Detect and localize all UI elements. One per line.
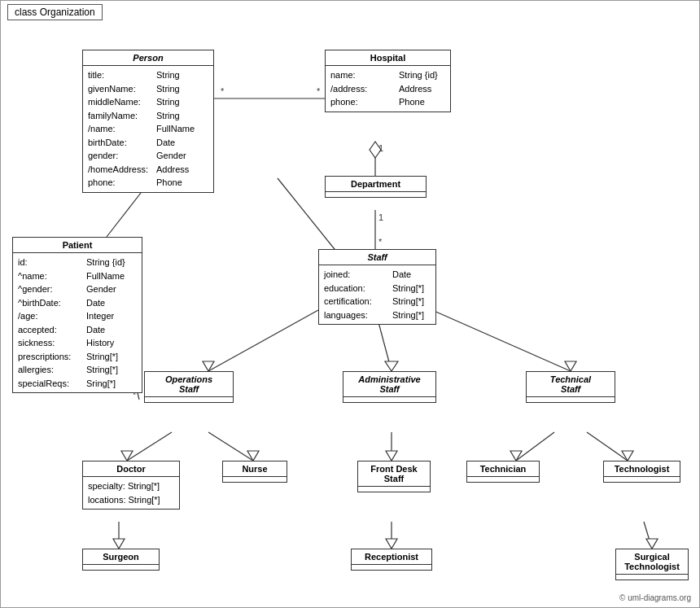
svg-marker-4	[370, 142, 381, 158]
svg-marker-26	[247, 451, 259, 461]
svg-line-25	[208, 432, 253, 461]
doctor-attrs: specialty: String[*] locations: String[*…	[83, 477, 179, 509]
svg-marker-28	[386, 451, 397, 461]
technician-class: Technician	[466, 461, 540, 483]
svg-marker-30	[510, 451, 522, 461]
svg-line-17	[208, 310, 318, 371]
hospital-class-name: Hospital	[326, 50, 450, 66]
diagram-title: class Organization	[7, 4, 103, 20]
svg-marker-34	[113, 539, 125, 549]
technician-class-name: Technician	[467, 461, 539, 477]
staff-attrs: joined:Date education:String[*] certific…	[319, 265, 435, 324]
operations-staff-class: OperationsStaff	[144, 371, 234, 403]
nurse-class: Nurse	[222, 461, 287, 483]
svg-marker-32	[622, 451, 633, 461]
administrative-staff-class: AdministrativeStaff	[343, 371, 436, 403]
person-class: Person title:String givenName:String mid…	[82, 50, 214, 193]
copyright: © uml-diagrams.org	[619, 593, 691, 602]
department-class-name: Department	[326, 177, 426, 192]
svg-line-23	[127, 432, 172, 461]
svg-text:*: *	[221, 86, 225, 96]
surgical-technologist-class-name: SurgicalTechnologist	[616, 549, 688, 575]
hospital-attrs: name:String {id} /address:Address phone:…	[326, 66, 450, 112]
person-class-name: Person	[83, 50, 213, 66]
patient-class-name: Patient	[13, 238, 142, 253]
diagram-container: class Organization * * 1 * 1 * * *	[0, 0, 700, 608]
surgeon-class: Surgeon	[82, 549, 160, 571]
doctor-class-name: Doctor	[83, 461, 179, 477]
department-attrs	[326, 192, 426, 197]
svg-marker-18	[203, 361, 214, 371]
svg-marker-20	[385, 361, 398, 371]
svg-text:*: *	[317, 86, 321, 96]
svg-marker-22	[565, 361, 576, 371]
svg-text:1: 1	[378, 212, 383, 222]
nurse-class-name: Nurse	[223, 461, 287, 477]
surgical-technologist-class: SurgicalTechnologist	[615, 549, 689, 580]
svg-line-29	[516, 432, 554, 461]
surgeon-class-name: Surgeon	[83, 549, 159, 565]
technologist-class: Technologist	[603, 461, 680, 483]
front-desk-staff-class: Front DeskStaff	[357, 461, 431, 492]
svg-text:1: 1	[378, 143, 383, 153]
patient-class: Patient id:String {id} ^name:FullName ^g…	[12, 237, 142, 393]
svg-marker-38	[646, 539, 658, 549]
hospital-class: Hospital name:String {id} /address:Addre…	[325, 50, 451, 112]
doctor-class: Doctor specialty: String[*] locations: S…	[82, 461, 180, 510]
operations-staff-class-name: OperationsStaff	[145, 372, 233, 397]
front-desk-staff-class-name: Front DeskStaff	[358, 461, 430, 487]
svg-text:*: *	[378, 237, 383, 247]
receptionist-class-name: Receptionist	[352, 549, 431, 565]
patient-attrs: id:String {id} ^name:FullName ^gender:Ge…	[13, 253, 142, 392]
technical-staff-class-name: TechnicalStaff	[527, 372, 615, 397]
svg-line-21	[432, 310, 571, 371]
technologist-class-name: Technologist	[604, 461, 680, 477]
svg-marker-36	[386, 539, 397, 549]
svg-marker-24	[121, 451, 133, 461]
technical-staff-class: TechnicalStaff	[526, 371, 615, 403]
receptionist-class: Receptionist	[351, 549, 432, 571]
staff-class-name: Staff	[319, 250, 435, 265]
staff-class: Staff joined:Date education:String[*] ce…	[318, 249, 436, 325]
administrative-staff-class-name: AdministrativeStaff	[343, 372, 435, 397]
svg-line-31	[587, 432, 628, 461]
svg-line-37	[644, 522, 652, 549]
person-attrs: title:String givenName:String middleName…	[83, 66, 213, 192]
department-class: Department	[325, 176, 427, 198]
